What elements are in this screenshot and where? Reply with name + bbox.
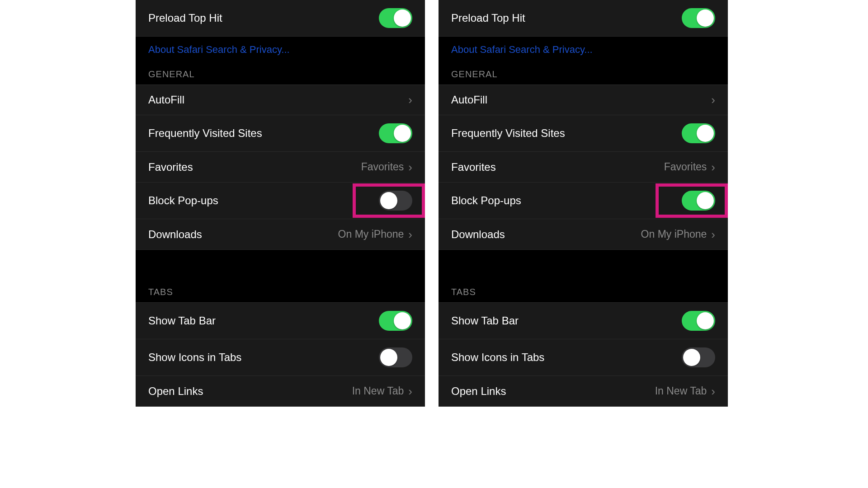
downloads-label: Downloads [451, 228, 505, 241]
about-safari-link-row[interactable]: About Safari Search & Privacy... [136, 37, 425, 60]
favorites-label: Favorites [148, 161, 193, 174]
preload-top-hit-row[interactable]: Preload Top Hit [439, 0, 728, 37]
downloads-value-group: On My iPhone › [641, 228, 715, 240]
open-links-row[interactable]: Open Links In New Tab › [439, 376, 728, 407]
chevron-right-icon: › [408, 385, 412, 397]
downloads-value-group: On My iPhone › [338, 228, 412, 240]
favorites-row[interactable]: Favorites Favorites › [439, 152, 728, 183]
block-popups-toggle[interactable] [379, 191, 412, 211]
open-links-row[interactable]: Open Links In New Tab › [136, 376, 425, 407]
settings-panel-right: Preload Top Hit About Safari Search & Pr… [439, 0, 728, 407]
chevron-right-icon: › [711, 94, 715, 106]
autofill-label: AutoFill [148, 94, 184, 106]
preload-top-hit-toggle[interactable] [379, 8, 412, 28]
frequently-visited-toggle[interactable] [682, 123, 715, 143]
autofill-row[interactable]: AutoFill › [136, 84, 425, 115]
general-header-text: GENERAL [451, 69, 498, 79]
tabs-section-header: TABS [136, 277, 425, 302]
show-icons-row[interactable]: Show Icons in Tabs [136, 339, 425, 376]
chevron-right-icon: › [408, 229, 412, 240]
block-popups-row[interactable]: Block Pop-ups [136, 183, 425, 219]
downloads-value: On My iPhone [641, 228, 707, 240]
favorites-value-group: Favorites › [361, 161, 412, 173]
chevron-right-icon: › [711, 229, 715, 240]
block-popups-toggle[interactable] [682, 191, 715, 211]
open-links-label: Open Links [148, 385, 203, 398]
block-popups-row[interactable]: Block Pop-ups [439, 183, 728, 219]
open-links-label: Open Links [451, 385, 506, 398]
preload-top-hit-label: Preload Top Hit [148, 12, 222, 24]
autofill-chevron-group: › [711, 94, 715, 106]
open-links-value: In New Tab [655, 385, 707, 397]
chevron-right-icon: › [711, 385, 715, 397]
frequently-visited-row[interactable]: Frequently Visited Sites [439, 115, 728, 152]
preload-top-hit-row[interactable]: Preload Top Hit [136, 0, 425, 37]
general-header-text: GENERAL [148, 69, 195, 79]
show-icons-label: Show Icons in Tabs [148, 351, 241, 364]
open-links-value: In New Tab [352, 385, 404, 397]
open-links-value-group: In New Tab › [352, 385, 412, 397]
downloads-label: Downloads [148, 228, 202, 241]
favorites-value: Favorites [361, 161, 404, 173]
tabs-section-header: TABS [439, 277, 728, 302]
show-tab-bar-label: Show Tab Bar [148, 314, 216, 327]
show-tab-bar-label: Show Tab Bar [451, 314, 519, 327]
open-links-value-group: In New Tab › [655, 385, 715, 397]
comparison-container: Preload Top Hit About Safari Search & Pr… [136, 0, 732, 407]
show-tab-bar-toggle[interactable] [379, 311, 412, 331]
preload-top-hit-toggle[interactable] [682, 8, 715, 28]
frequently-visited-toggle[interactable] [379, 123, 412, 143]
show-icons-toggle[interactable] [379, 347, 412, 367]
autofill-chevron-group: › [408, 94, 412, 106]
show-tab-bar-row[interactable]: Show Tab Bar [439, 302, 728, 339]
show-icons-row[interactable]: Show Icons in Tabs [439, 339, 728, 376]
chevron-right-icon: › [408, 94, 412, 106]
show-icons-toggle[interactable] [682, 347, 715, 367]
autofill-row[interactable]: AutoFill › [439, 84, 728, 115]
favorites-value-group: Favorites › [664, 161, 715, 173]
downloads-row[interactable]: Downloads On My iPhone › [439, 219, 728, 250]
autofill-label: AutoFill [451, 94, 487, 106]
downloads-value: On My iPhone [338, 228, 404, 240]
section-gap [439, 250, 728, 277]
block-popups-label: Block Pop-ups [451, 194, 521, 207]
preload-top-hit-label: Preload Top Hit [451, 12, 525, 24]
tabs-header-text: TABS [148, 287, 173, 297]
favorites-row[interactable]: Favorites Favorites › [136, 152, 425, 183]
show-tab-bar-toggle[interactable] [682, 311, 715, 331]
favorites-label: Favorites [451, 161, 496, 174]
show-tab-bar-row[interactable]: Show Tab Bar [136, 302, 425, 339]
frequently-visited-label: Frequently Visited Sites [451, 127, 565, 140]
tabs-header-text: TABS [451, 287, 476, 297]
chevron-right-icon: › [408, 161, 412, 173]
downloads-row[interactable]: Downloads On My iPhone › [136, 219, 425, 250]
chevron-right-icon: › [711, 161, 715, 173]
show-icons-label: Show Icons in Tabs [451, 351, 544, 364]
about-safari-link[interactable]: About Safari Search & Privacy... [148, 44, 290, 55]
general-section-header: GENERAL [136, 60, 425, 84]
about-safari-link[interactable]: About Safari Search & Privacy... [451, 44, 593, 55]
section-gap [136, 250, 425, 277]
frequently-visited-label: Frequently Visited Sites [148, 127, 262, 140]
about-safari-link-row[interactable]: About Safari Search & Privacy... [439, 37, 728, 60]
settings-panel-left: Preload Top Hit About Safari Search & Pr… [136, 0, 425, 407]
frequently-visited-row[interactable]: Frequently Visited Sites [136, 115, 425, 152]
block-popups-label: Block Pop-ups [148, 194, 218, 207]
general-section-header: GENERAL [439, 60, 728, 84]
favorites-value: Favorites [664, 161, 707, 173]
